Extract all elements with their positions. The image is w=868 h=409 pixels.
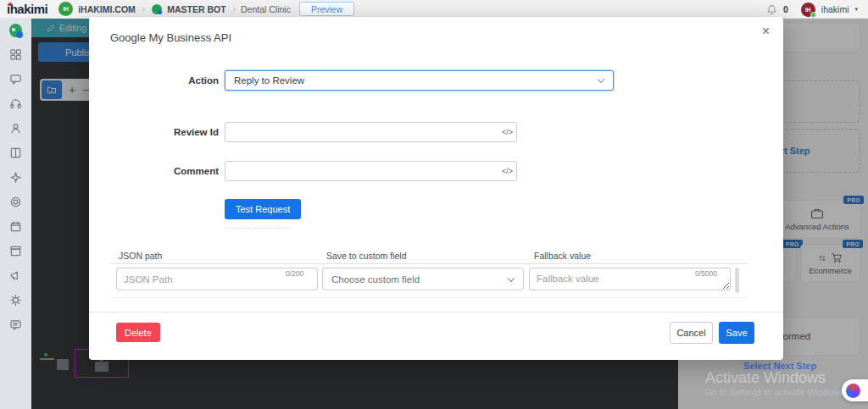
- calendar-icon: [9, 220, 22, 233]
- sidebar-item-automation[interactable]: [9, 171, 22, 184]
- person-icon: [9, 122, 22, 135]
- sidebar-item-livechat[interactable]: [9, 73, 22, 86]
- gear-icon: [9, 294, 22, 307]
- sidebar-item-dashboard[interactable]: [9, 48, 22, 61]
- chat-icon: [9, 73, 22, 86]
- activate-windows-subtext: Go to Settings to activate Windows.: [705, 387, 846, 397]
- book-icon: [9, 146, 22, 159]
- chevron-down-icon[interactable]: ▾: [854, 6, 858, 13]
- save-button[interactable]: Save: [719, 322, 754, 344]
- sidebar-item-contacts[interactable]: [9, 122, 22, 135]
- megaphone-icon: [9, 269, 22, 282]
- dashboard-grid-icon: [9, 48, 22, 61]
- breadcrumb-separator: ›: [142, 4, 145, 14]
- sidebar-item-home[interactable]: [9, 24, 22, 36]
- action-label: Action: [108, 75, 219, 86]
- sidebar-item-feedback[interactable]: [9, 318, 22, 331]
- breadcrumb-bot[interactable]: MASTER BOT: [167, 4, 225, 14]
- chat-widget-button[interactable]: [842, 379, 868, 401]
- table-divider: [110, 263, 748, 264]
- brand-bubble-icon: [9, 24, 22, 37]
- sidebar-item-inbox[interactable]: [9, 245, 22, 257]
- sidebar-item-knowledge[interactable]: [9, 146, 22, 159]
- icon-sidebar: [0, 19, 31, 409]
- code-icon[interactable]: </>: [502, 167, 513, 175]
- activate-windows-watermark: Activate Windows: [705, 369, 826, 387]
- scrollbar[interactable]: [735, 268, 739, 293]
- notification-count: 0: [783, 4, 788, 14]
- custom-field-select-value: Choose custom field: [331, 274, 420, 285]
- column-header-fallback: Fallback value: [534, 251, 591, 261]
- breadcrumb-site[interactable]: iHAKIMI.COM: [78, 4, 136, 14]
- sidebar-item-broadcast[interactable]: [9, 269, 22, 282]
- chat-widget-icon: [846, 384, 860, 398]
- close-icon[interactable]: ×: [762, 24, 770, 39]
- review-id-input[interactable]: [225, 122, 517, 142]
- custom-field-select[interactable]: Choose custom field: [322, 268, 524, 290]
- column-header-custom-field: Save to custom field: [326, 251, 407, 261]
- google-my-business-modal: Google My Business API × Action Reply to…: [89, 17, 783, 360]
- user-name[interactable]: ihakimi: [821, 4, 849, 14]
- chevron-down-icon: [598, 76, 604, 83]
- cancel-button[interactable]: Cancel: [670, 322, 713, 344]
- action-select-value: Reply to Review: [234, 75, 304, 86]
- preview-button[interactable]: Preview: [299, 2, 354, 16]
- row-divider: [110, 297, 748, 298]
- workspace-avatar[interactable]: IH: [58, 2, 73, 16]
- user-avatar[interactable]: IH: [801, 3, 815, 17]
- headset-icon: [9, 97, 22, 110]
- notification-bell-icon[interactable]: [766, 4, 777, 15]
- column-header-json-path: JSON path: [119, 251, 162, 261]
- review-id-label: Review Id: [108, 127, 219, 137]
- bot-bubble-icon: [152, 4, 162, 14]
- comment-label: Comment: [108, 166, 219, 176]
- comment-lines-icon: [9, 318, 22, 331]
- target-icon: [9, 196, 22, 208]
- top-bar: ihakimi IH iHAKIMI.COM › MASTER BOT › De…: [0, 0, 868, 19]
- sidebar-item-targeting[interactable]: [9, 196, 22, 208]
- json-path-counter: 0/200: [286, 269, 303, 278]
- footer-divider: [89, 312, 783, 312]
- code-icon[interactable]: </>: [502, 128, 513, 136]
- sidebar-item-support[interactable]: [9, 97, 22, 110]
- action-select[interactable]: Reply to Review: [225, 70, 614, 91]
- modal-title: Google My Business API: [110, 31, 231, 44]
- breadcrumb-page[interactable]: Dental Clinic: [241, 4, 291, 14]
- sidebar-item-calendar[interactable]: [9, 220, 22, 233]
- breadcrumb-separator: ›: [233, 4, 236, 14]
- test-request-button[interactable]: Test Request: [225, 199, 301, 219]
- sparkle-icon: [9, 171, 22, 184]
- app-logo[interactable]: ihakimi: [7, 1, 47, 18]
- sidebar-item-settings[interactable]: [9, 294, 22, 307]
- delete-button[interactable]: Delete: [116, 323, 160, 342]
- fallback-counter: 0/5000: [695, 269, 717, 278]
- archive-box-icon: [9, 245, 22, 257]
- comment-input[interactable]: [225, 161, 517, 181]
- chevron-down-icon: [508, 274, 515, 281]
- section-divider: [225, 228, 289, 229]
